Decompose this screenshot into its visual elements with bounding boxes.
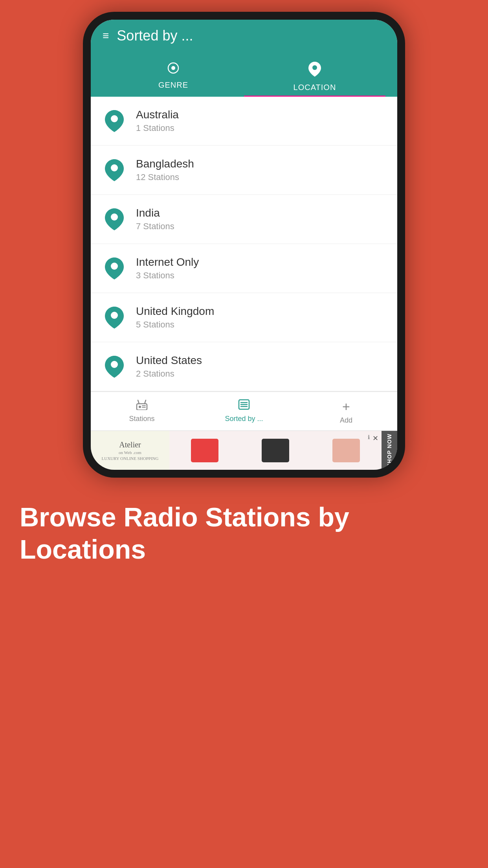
bottom-navigation: Stations Sorted by ... + Add <box>91 392 397 430</box>
location-name: India <box>136 207 174 219</box>
svg-line-11 <box>145 400 146 404</box>
list-item[interactable]: United States 2 Stations <box>91 342 397 391</box>
tab-location[interactable]: LOCATION <box>244 56 385 97</box>
nav-stations[interactable]: Stations <box>91 392 193 430</box>
page-title: Sorted by ... <box>117 28 193 44</box>
ad-info-icon[interactable]: ℹ <box>368 434 370 440</box>
sorted-nav-icon <box>238 399 250 413</box>
list-item[interactable]: Bangladesh 12 Stations <box>91 146 397 194</box>
tab-bar: GENRE LOCATION <box>103 56 385 97</box>
app-header: ≡ Sorted by ... GENRE <box>91 20 397 97</box>
australia-location-icon <box>103 109 126 133</box>
tab-genre-label: GENRE <box>158 81 188 90</box>
location-name: Bangladesh <box>136 158 194 170</box>
location-tab-icon <box>308 62 321 80</box>
list-item[interactable]: United Kingdom 5 Stations <box>91 293 397 342</box>
svg-point-1 <box>171 66 175 70</box>
ad-products <box>169 431 382 470</box>
svg-point-12 <box>139 406 141 408</box>
nav-sorted-label: Sorted by ... <box>225 415 263 423</box>
svg-point-8 <box>111 361 118 368</box>
list-item[interactable]: Australia 1 Stations <box>91 97 397 145</box>
location-count: 12 Stations <box>136 172 194 182</box>
stations-nav-icon <box>136 399 148 413</box>
page-footer-heading: Browse Radio Stations by Locations <box>20 501 468 565</box>
svg-point-4 <box>111 164 118 171</box>
nav-stations-label: Stations <box>129 415 154 423</box>
nav-add[interactable]: + Add <box>295 392 397 430</box>
phone-screen: ≡ Sorted by ... GENRE <box>91 20 397 470</box>
location-name: United States <box>136 354 202 367</box>
svg-point-6 <box>111 263 118 270</box>
location-count: 5 Stations <box>136 320 214 330</box>
location-count: 7 Stations <box>136 221 174 232</box>
page-footer: Browse Radio Stations by Locations <box>0 478 488 585</box>
svg-line-10 <box>138 400 139 404</box>
ad-close-button[interactable]: ✕ <box>372 434 378 443</box>
hamburger-icon[interactable]: ≡ <box>103 30 109 41</box>
ad-product-pink-bag <box>332 439 360 462</box>
ad-product-red-bag <box>191 439 218 462</box>
location-list: Australia 1 Stations Bangladesh 12 Stati… <box>91 97 397 391</box>
tab-location-label: LOCATION <box>294 83 336 92</box>
india-location-icon <box>103 208 126 231</box>
location-name: United Kingdom <box>136 305 214 318</box>
ad-logo: Atelier on Web .comLUXURY ONLINE SHOPPIN… <box>91 431 169 470</box>
location-count: 2 Stations <box>136 369 202 379</box>
tab-genre[interactable]: GENRE <box>103 56 244 97</box>
svg-rect-9 <box>137 404 147 410</box>
location-count: 3 Stations <box>136 270 199 281</box>
uk-location-icon <box>103 306 126 329</box>
svg-point-7 <box>111 312 118 319</box>
add-nav-icon: + <box>342 399 350 414</box>
genre-icon <box>167 62 180 77</box>
us-location-icon <box>103 355 126 379</box>
nav-sorted[interactable]: Sorted by ... <box>193 392 295 430</box>
svg-point-3 <box>111 115 118 122</box>
advertisement-banner: Atelier on Web .comLUXURY ONLINE SHOPPIN… <box>91 430 397 470</box>
nav-add-label: Add <box>340 416 352 425</box>
bangladesh-location-icon <box>103 158 126 182</box>
list-item[interactable]: India 7 Stations <box>91 195 397 243</box>
list-item[interactable]: Internet Only 3 Stations <box>91 244 397 292</box>
svg-point-2 <box>312 65 317 70</box>
location-name: Internet Only <box>136 256 199 268</box>
ad-shop-now: SHOP NOW <box>382 431 397 470</box>
location-name: Australia <box>136 108 179 121</box>
phone-frame: ≡ Sorted by ... GENRE <box>83 12 405 478</box>
svg-point-5 <box>111 213 118 221</box>
location-count: 1 Stations <box>136 123 179 133</box>
ad-product-black-bag <box>262 439 289 462</box>
internet-only-location-icon <box>103 257 126 280</box>
